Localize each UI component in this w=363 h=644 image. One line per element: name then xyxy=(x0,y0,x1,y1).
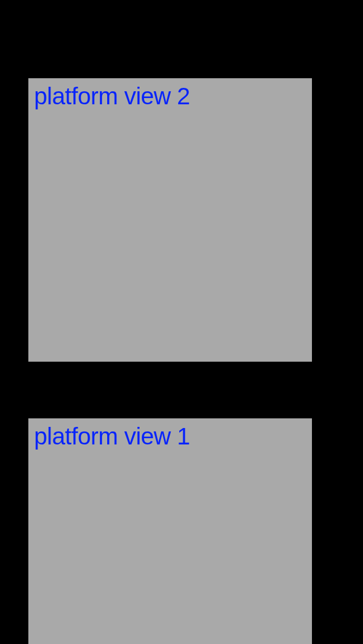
platform-view-1-label: platform view 1 xyxy=(28,418,312,450)
platform-view-1: platform view 1 xyxy=(28,418,312,644)
platform-view-2-label: platform view 2 xyxy=(28,78,312,110)
platform-view-2: platform view 2 xyxy=(28,78,312,362)
